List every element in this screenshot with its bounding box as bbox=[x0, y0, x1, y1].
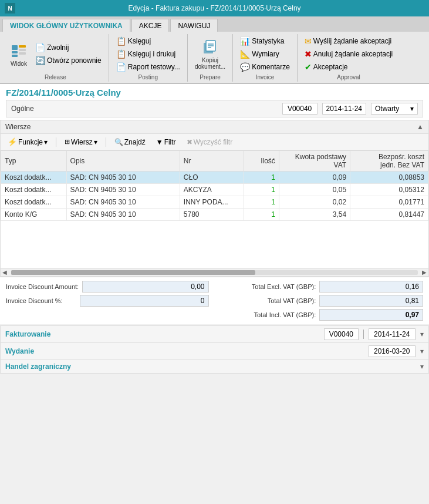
total-excl-vat-row: Total Excl. VAT (GBP): bbox=[221, 281, 424, 293]
akceptacje-button[interactable]: ✔ Akceptacje bbox=[302, 61, 395, 73]
wiersz-chevron: ▾ bbox=[94, 138, 97, 146]
wiersz-icon: ⊞ bbox=[65, 138, 70, 146]
widok-button[interactable]: Widok bbox=[7, 41, 31, 68]
chevron-down-icon: ▾ bbox=[410, 105, 414, 113]
horizontal-scrollbar[interactable]: ◀ ▶ bbox=[0, 268, 429, 277]
total-excl-vat-label: Total Excl. VAT (GBP): bbox=[221, 283, 316, 290]
komentarze-button[interactable]: 💬 Komentarze bbox=[238, 61, 292, 73]
col-header-opis[interactable]: Opis bbox=[66, 151, 180, 172]
status-dropdown[interactable]: Otwarty ▾ bbox=[371, 103, 418, 115]
table-toolbar: ⚡ Funkcje ▾ ⊞ Wiersz ▾ 🔍 Znajdź ▼ Filtr … bbox=[0, 134, 429, 150]
wyczysc-icon: ✖ bbox=[187, 138, 192, 146]
tab-nawiguj[interactable]: NAWIGUJ bbox=[170, 19, 218, 32]
wiersz-button[interactable]: ⊞ Wiersz ▾ bbox=[61, 136, 101, 148]
total-excl-vat-input[interactable] bbox=[319, 281, 423, 293]
otworz-ponownie-button[interactable]: 🔄 Otwórz ponownie bbox=[33, 55, 104, 66]
wymiary-button[interactable]: 📐 Wymiary bbox=[238, 48, 292, 60]
cell-opis: SAD: CN 9405 30 10 bbox=[66, 209, 180, 221]
cell-ilosc: 1 bbox=[244, 209, 279, 221]
total-vat-input[interactable] bbox=[319, 295, 423, 307]
wyslij-zadanie-button[interactable]: ✉ Wyślij żądanie akceptacji bbox=[302, 35, 395, 47]
handel-chevron: ▾ bbox=[420, 362, 424, 371]
kopiuj-button[interactable]: Kopiujdokument... bbox=[192, 37, 228, 71]
col-header-typ[interactable]: Typ bbox=[1, 151, 67, 172]
scroll-left-arrow[interactable]: ◀ bbox=[1, 269, 9, 275]
scroll-right-arrow[interactable]: ▶ bbox=[420, 269, 428, 275]
wiersze-table: Typ Opis Nr Ilość Kwota podstawyVAT Bezp… bbox=[1, 150, 428, 221]
wydanie-row[interactable]: Wydanie 2016-03-20 ▾ bbox=[0, 343, 429, 360]
statystyka-button[interactable]: 📊 Statystyka bbox=[238, 35, 292, 47]
footer-left: Invoice Discount Amount: Invoice Discoun… bbox=[6, 281, 209, 321]
table-scroll-area[interactable]: Typ Opis Nr Ilość Kwota podstawyVAT Bezp… bbox=[1, 150, 428, 268]
fakturowanie-date: 2014-11-24 bbox=[369, 328, 416, 340]
znajdz-button[interactable]: 🔍 Znajdź bbox=[111, 136, 149, 148]
zwolnij-button[interactable]: 📄 Zwolnij bbox=[33, 42, 104, 53]
fakturowanie-values: V00040 2014-11-24 ▾ bbox=[324, 328, 424, 340]
ribbon-group-prepare: Kopiujdokument... Prepare bbox=[188, 34, 233, 82]
cell-typ: Konto K/G bbox=[1, 209, 67, 221]
wiersz-label: Wiersz bbox=[71, 138, 93, 146]
group-label-zarzadzaj: Release bbox=[45, 74, 66, 80]
handel-row[interactable]: Handel zagraniczny ▾ bbox=[0, 360, 429, 374]
status-text: Otwarty bbox=[375, 105, 399, 113]
group-label-posting: Posting bbox=[139, 74, 158, 80]
fakturowanie-vendor: V00040 bbox=[324, 328, 359, 340]
col-header-nr[interactable]: Nr bbox=[180, 151, 244, 172]
table-row[interactable]: Koszt dodatk... SAD: CN 9405 30 10 AKCYZ… bbox=[1, 184, 428, 196]
funkcje-button[interactable]: ⚡ Funkcje ▾ bbox=[4, 136, 51, 148]
raport-testowy-button[interactable]: 📄 Raport testowy... bbox=[114, 61, 183, 73]
anuluj-zadanie-button[interactable]: ✖ Anuluj żądanie akceptacji bbox=[302, 48, 395, 60]
col-header-koszt[interactable]: Bezpośr. kosztjedn. Bez VAT bbox=[350, 151, 428, 172]
document-header: FZ/2014/11/0005·Urzą Celny Ogólne V00040… bbox=[0, 84, 429, 120]
cell-kwota: 0,09 bbox=[279, 172, 350, 184]
funkcje-icon: ⚡ bbox=[8, 137, 17, 146]
svg-rect-4 bbox=[19, 49, 26, 51]
wydanie-values: 2016-03-20 ▾ bbox=[369, 345, 424, 357]
ksieguj-icon: 📋 bbox=[116, 36, 126, 46]
svg-rect-1 bbox=[12, 51, 18, 53]
wydanie-chevron: ▾ bbox=[420, 347, 424, 355]
ogolne-label: Ogólne bbox=[11, 105, 278, 113]
vendor-code: V00040 bbox=[282, 103, 317, 115]
invoice-discount-pct-input[interactable] bbox=[80, 295, 209, 307]
statystyka-icon: 📊 bbox=[240, 36, 250, 46]
zwolnij-icon: 📄 bbox=[35, 43, 45, 52]
wyczysc-label: Wyczyść filtr bbox=[194, 138, 233, 146]
app-logo: N bbox=[5, 3, 15, 14]
handel-values: ▾ bbox=[420, 362, 424, 371]
cell-typ: Koszt dodatk... bbox=[1, 196, 67, 209]
bottom-sections: Fakturowanie V00040 2014-11-24 ▾ Wydanie… bbox=[0, 325, 429, 374]
ksieguj-button[interactable]: 📋 Księguj bbox=[114, 35, 183, 47]
widok-label: Widok bbox=[11, 61, 27, 67]
fakturowanie-chevron: ▾ bbox=[420, 330, 424, 338]
invoice-discount-pct-row: Invoice Discount %: bbox=[6, 295, 209, 307]
cell-koszt: 0,01771 bbox=[350, 196, 428, 209]
sep-2 bbox=[106, 137, 106, 147]
wiersze-section: Wiersze ▲ ⚡ Funkcje ▾ ⊞ Wiersz ▾ 🔍 Znajd… bbox=[0, 120, 429, 277]
cell-koszt: 0,08853 bbox=[350, 172, 428, 184]
filtr-button[interactable]: ▼ Filtr bbox=[153, 136, 180, 148]
table-row[interactable]: Koszt dodatk... SAD: CN 9405 30 10 CŁO 1… bbox=[1, 172, 428, 184]
col-header-kwota[interactable]: Kwota podstawyVAT bbox=[279, 151, 350, 172]
filtr-label: Filtr bbox=[164, 138, 176, 146]
filtr-icon: ▼ bbox=[156, 138, 163, 146]
total-incl-vat-input[interactable] bbox=[319, 309, 423, 321]
tab-widok-glowny[interactable]: WIDOK GŁÓWNY UŻYTKOWNIKA bbox=[2, 19, 130, 32]
table-row[interactable]: Koszt dodatk... SAD: CN 9405 30 10 INNY … bbox=[1, 196, 428, 209]
ribbon-content: Widok 📄 Zwolnij 🔄 Otwórz ponownie Releas… bbox=[0, 32, 429, 83]
col-header-ilosc[interactable]: Ilość bbox=[244, 151, 279, 172]
cell-kwota: 0,02 bbox=[279, 196, 350, 209]
svg-rect-3 bbox=[19, 45, 26, 48]
invoice-discount-amount-input[interactable] bbox=[82, 281, 208, 293]
ksieguj-drukuj-button[interactable]: 📋 Księguj i drukuj bbox=[114, 48, 183, 60]
akceptacje-icon: ✔ bbox=[305, 62, 312, 72]
widok-icon bbox=[9, 42, 28, 61]
wyczysc-filtr-button[interactable]: ✖ Wyczyść filtr bbox=[183, 136, 237, 148]
cell-opis: SAD: CN 9405 30 10 bbox=[66, 172, 180, 184]
tab-akcje[interactable]: AKCJE bbox=[131, 19, 170, 32]
fakturowanie-row[interactable]: Fakturowanie V00040 2014-11-24 ▾ bbox=[0, 325, 429, 343]
wydanie-date: 2016-03-20 bbox=[369, 345, 416, 357]
table-wrapper: Typ Opis Nr Ilość Kwota podstawyVAT Bezp… bbox=[0, 150, 429, 268]
table-row[interactable]: Konto K/G SAD: CN 9405 30 10 5780 1 3,54… bbox=[1, 209, 428, 221]
wiersze-header[interactable]: Wiersze ▲ bbox=[0, 120, 429, 134]
